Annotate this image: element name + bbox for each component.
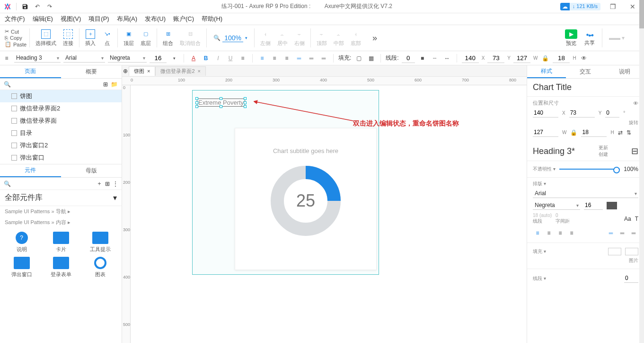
- tab-notes[interactable]: 说明: [605, 65, 644, 78]
- close-button[interactable]: ✕: [625, 3, 640, 10]
- page-search-input[interactable]: [14, 81, 100, 88]
- text-align-right-icon[interactable]: ≡: [556, 228, 565, 238]
- align-left-icon[interactable]: ≡: [257, 54, 267, 63]
- tab-pages[interactable]: 页面: [0, 65, 61, 78]
- page-item[interactable]: 弹出窗口: [0, 152, 122, 164]
- align-right-icon[interactable]: ≡: [282, 54, 291, 63]
- doc-tab[interactable]: 微信登录界面2×: [155, 66, 206, 76]
- library-select[interactable]: 全部元件库▾: [0, 190, 122, 206]
- menu-account[interactable]: 账户(C): [173, 15, 194, 23]
- preview-button[interactable]: ▶预览: [565, 29, 577, 47]
- widget-tooltip[interactable]: 工具提示: [82, 232, 118, 253]
- rp-stroke-input[interactable]: [624, 274, 638, 283]
- text-align-center-icon[interactable]: ≡: [544, 228, 554, 238]
- page-item[interactable]: 弹出窗口2: [0, 139, 122, 152]
- list-icon[interactable]: ≡: [238, 54, 247, 63]
- widget-help[interactable]: ?说明: [4, 232, 39, 253]
- redo-icon[interactable]: ↷: [46, 3, 53, 10]
- settings-icon[interactable]: ⊞: [105, 181, 110, 187]
- create-style-link[interactable]: 创建: [599, 151, 608, 158]
- ungroup-button[interactable]: ⊟取消组合: [180, 29, 201, 47]
- menu-file[interactable]: 文件(F): [5, 15, 25, 23]
- flip-h-icon[interactable]: ⇄: [618, 129, 623, 136]
- y-input[interactable]: [487, 54, 504, 63]
- rp-weight-select[interactable]: Negreta: [533, 201, 580, 210]
- stroke-color-icon[interactable]: ■: [418, 54, 427, 63]
- align-center-icon[interactable]: ≡: [270, 54, 279, 63]
- align-middle-button[interactable]: ⫠中部: [334, 29, 344, 47]
- tab-outline[interactable]: 概要: [61, 65, 122, 78]
- fill-color-swatch[interactable]: [608, 248, 621, 255]
- add-page-icon[interactable]: ⊞: [103, 81, 108, 88]
- search-icon[interactable]: 🔍: [4, 81, 11, 88]
- align-bot-icon[interactable]: ═: [319, 54, 328, 63]
- zoom-control[interactable]: 🔍 100% ▾: [207, 34, 254, 42]
- menu-view[interactable]: 视图(V): [61, 15, 81, 23]
- chart-widget[interactable]: Chart subtitle goes here 25: [235, 128, 377, 270]
- font-size-input[interactable]: [150, 54, 167, 63]
- save-icon[interactable]: [21, 3, 29, 10]
- italic-icon[interactable]: I: [213, 54, 223, 63]
- menu-layout[interactable]: 布局(A): [117, 15, 137, 23]
- text-align-left-icon[interactable]: ≡: [533, 228, 542, 238]
- align-bottom-button[interactable]: ⫞底部: [351, 29, 361, 47]
- align-top-icon[interactable]: ═: [294, 54, 304, 63]
- align-center-button[interactable]: ⫠居中: [277, 29, 288, 47]
- group-button[interactable]: ⊞组合: [163, 29, 173, 47]
- underline-icon[interactable]: U: [226, 54, 235, 63]
- valign-mid-icon[interactable]: ═: [618, 228, 627, 238]
- connect-button[interactable]: ⬚连接: [63, 29, 73, 47]
- folder-icon[interactable]: 📁: [111, 81, 118, 88]
- menu-edit[interactable]: 编辑(E): [33, 15, 53, 23]
- doc-tab[interactable]: 饼图×: [129, 66, 155, 76]
- opacity-slider[interactable]: [559, 169, 620, 170]
- account-area[interactable]: ▬▬ ▾: [609, 35, 637, 41]
- align-top-button[interactable]: ⫟顶部: [317, 29, 327, 47]
- weight-select[interactable]: Negreta: [108, 54, 147, 63]
- close-icon[interactable]: ×: [198, 68, 201, 74]
- lib-crumb[interactable]: Sample UI Patterns » 内容 ▸: [0, 217, 122, 228]
- w-input[interactable]: [513, 54, 530, 63]
- maximize-button[interactable]: ❐: [605, 3, 620, 10]
- add-icon[interactable]: ＋: [97, 180, 102, 188]
- close-icon[interactable]: ×: [147, 68, 150, 74]
- size-dropdown-icon[interactable]: ▾: [169, 54, 179, 63]
- paste-button[interactable]: 📋 Paste: [5, 41, 26, 47]
- y-input[interactable]: [569, 108, 595, 117]
- lock-icon[interactable]: 🔒: [540, 54, 550, 63]
- valign-bot-icon[interactable]: ═: [629, 228, 638, 238]
- more-tools-icon[interactable]: »: [372, 33, 377, 43]
- font-select[interactable]: Arial: [63, 54, 105, 63]
- text-color-icon[interactable]: A: [189, 54, 198, 63]
- valign-top-icon[interactable]: ═: [606, 228, 616, 238]
- widget-name[interactable]: Chart Title: [527, 79, 644, 96]
- style-manager-icon[interactable]: ⊟: [631, 146, 638, 156]
- menu-project[interactable]: 项目(P): [88, 15, 109, 23]
- window-scrollbar[interactable]: [639, 0, 644, 343]
- strikethrough-icon[interactable]: T: [635, 216, 638, 222]
- case-icon[interactable]: Aa: [624, 216, 631, 222]
- arrow-icon[interactable]: ↔: [442, 54, 452, 63]
- w-input[interactable]: [533, 128, 558, 137]
- insert-button[interactable]: ＋插入: [85, 29, 96, 47]
- cut-button[interactable]: ✂ Cut: [5, 28, 26, 35]
- text-color-swatch[interactable]: [607, 202, 617, 209]
- tab-style[interactable]: 样式: [527, 65, 566, 78]
- bring-front-button[interactable]: ▣顶层: [124, 29, 134, 47]
- h-input[interactable]: [581, 128, 607, 137]
- stroke-width-input[interactable]: [402, 54, 415, 63]
- undo-icon[interactable]: ↶: [34, 3, 41, 10]
- align-mid-icon[interactable]: ═: [307, 54, 316, 63]
- text-align-justify-icon[interactable]: ≡: [567, 228, 576, 238]
- page-item[interactable]: 目录: [0, 127, 122, 139]
- lib-crumb[interactable]: Sample UI Patterns » 导航 ▸: [0, 206, 122, 217]
- fill-image-swatch[interactable]: [625, 248, 638, 255]
- update-style-link[interactable]: 更新: [599, 144, 608, 151]
- rotation-input[interactable]: [605, 108, 619, 117]
- lock-icon[interactable]: 🔒: [570, 129, 577, 136]
- selected-heading[interactable]: Extreme Poverty: [197, 99, 245, 107]
- canvas[interactable]: Extreme Poverty Chart subtitle goes here…: [131, 85, 527, 343]
- x-input[interactable]: [462, 54, 479, 63]
- rp-font-select[interactable]: Arial: [533, 189, 638, 198]
- page-item[interactable]: 饼图: [0, 90, 122, 102]
